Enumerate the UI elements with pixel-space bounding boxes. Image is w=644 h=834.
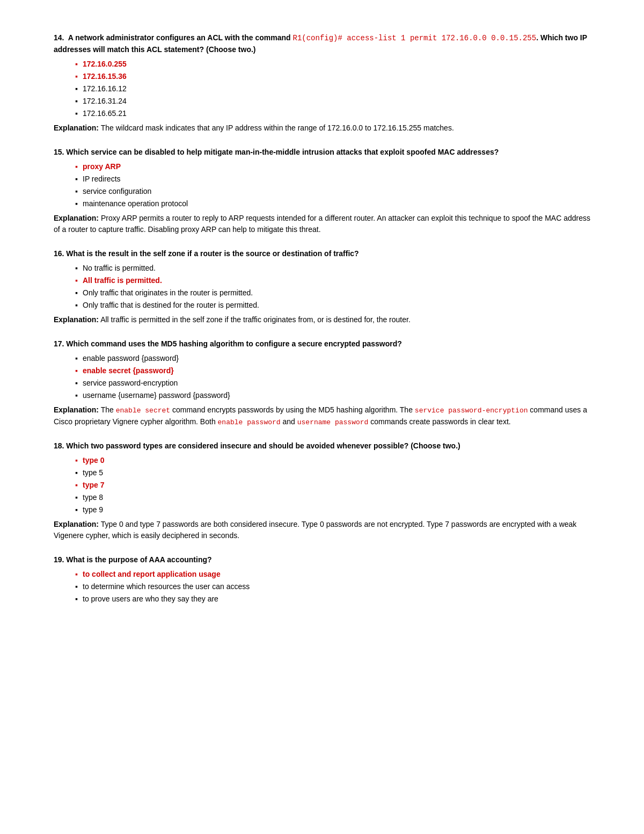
list-item: username {username} password {password}: [75, 390, 590, 401]
list-item: service configuration: [75, 186, 590, 197]
list-item: to prove users are who they say they are: [75, 593, 590, 605]
list-item: type 7: [75, 480, 590, 491]
list-item: 172.16.0.255: [75, 59, 590, 70]
list-item: All traffic is permitted.: [75, 275, 590, 286]
list-item: type 0: [75, 455, 590, 466]
list-item: enable secret {password}: [75, 365, 590, 376]
q14-explanation: Explanation: The wildcard mask indicates…: [54, 122, 590, 134]
list-item: 172.16.16.12: [75, 83, 590, 95]
question-17: 17. Which command uses the MD5 hashing a…: [54, 338, 590, 427]
list-item: 172.16.15.36: [75, 71, 590, 82]
list-item: maintenance operation protocol: [75, 198, 590, 209]
q15-answers: proxy ARP IP redirects service configura…: [75, 161, 590, 209]
q17-answers: enable password {password} enable secret…: [75, 353, 590, 401]
question-18-title: 18. Which two password types are conside…: [54, 440, 590, 452]
list-item: type 8: [75, 492, 590, 503]
question-15: 15. Which service can be disabled to hel…: [54, 147, 590, 235]
q16-answers: No traffic is permitted. All traffic is …: [75, 263, 590, 311]
question-16: 16. What is the result in the self zone …: [54, 248, 590, 325]
list-item: enable password {password}: [75, 353, 590, 364]
list-item: service password-encryption: [75, 378, 590, 389]
question-18: 18. Which two password types are conside…: [54, 440, 590, 541]
q14-answers: 172.16.0.255 172.16.15.36 172.16.16.12 1…: [75, 59, 590, 119]
question-14: 14. A network administrator configures a…: [54, 32, 590, 134]
q18-explanation: Explanation: Type 0 and type 7 passwords…: [54, 519, 590, 541]
list-item: to collect and report application usage: [75, 569, 590, 580]
question-16-title: 16. What is the result in the self zone …: [54, 248, 590, 259]
question-14-title: 14. A network administrator configures a…: [54, 32, 590, 55]
list-item: to determine which resources the user ca…: [75, 581, 590, 592]
list-item: Only traffic that originates in the rout…: [75, 287, 590, 299]
question-19-title: 19. What is the purpose of AAA accountin…: [54, 554, 590, 565]
question-15-title: 15. Which service can be disabled to hel…: [54, 147, 590, 158]
list-item: 172.16.31.24: [75, 96, 590, 107]
list-item: proxy ARP: [75, 161, 590, 172]
list-item: Only traffic that is destined for the ro…: [75, 300, 590, 311]
list-item: type 5: [75, 467, 590, 478]
q15-explanation: Explanation: Proxy ARP permits a router …: [54, 213, 590, 235]
list-item: No traffic is permitted.: [75, 263, 590, 274]
list-item: type 9: [75, 504, 590, 516]
list-item: IP redirects: [75, 173, 590, 185]
question-19: 19. What is the purpose of AAA accountin…: [54, 554, 590, 605]
list-item: 172.16.65.21: [75, 108, 590, 119]
q19-answers: to collect and report application usage …: [75, 569, 590, 605]
q18-answers: type 0 type 5 type 7 type 8 type 9: [75, 455, 590, 516]
q16-explanation: Explanation: All traffic is permitted in…: [54, 314, 590, 325]
question-17-title: 17. Which command uses the MD5 hashing a…: [54, 338, 590, 350]
q17-explanation: Explanation: The enable secret command e…: [54, 404, 590, 427]
q14-code: R1(config)# access-list 1 permit 172.16.…: [292, 34, 536, 42]
